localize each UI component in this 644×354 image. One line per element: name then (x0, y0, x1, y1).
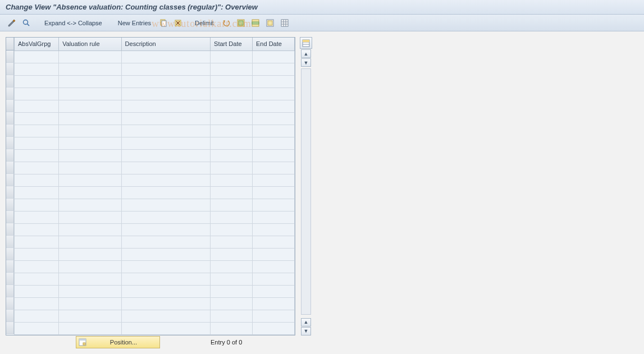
grid-cell[interactable] (211, 199, 253, 211)
grid-cell[interactable] (59, 322, 121, 334)
new-entries-button[interactable]: New Entries (114, 17, 155, 29)
grid-cell[interactable] (121, 149, 210, 162)
copy-as-button[interactable] (157, 17, 170, 29)
row-selector[interactable] (6, 211, 14, 223)
grid-cell[interactable] (211, 322, 253, 334)
grid-cell[interactable] (59, 199, 121, 211)
grid-cell[interactable] (253, 88, 295, 100)
grid-cell[interactable] (121, 100, 210, 112)
undo-button[interactable] (220, 17, 232, 29)
grid-cell[interactable] (121, 63, 210, 75)
grid-cell[interactable] (15, 199, 59, 211)
grid-cell[interactable] (211, 125, 253, 137)
grid-cell[interactable] (211, 149, 253, 162)
grid-cell[interactable] (15, 50, 59, 63)
grid-cell[interactable] (15, 88, 59, 100)
grid-cell[interactable] (59, 125, 121, 137)
row-selector[interactable] (6, 112, 14, 125)
grid-cell[interactable] (121, 186, 210, 199)
row-selector[interactable] (6, 174, 14, 186)
grid-cell[interactable] (121, 211, 210, 223)
find-button[interactable] (20, 17, 33, 29)
grid-cell[interactable] (121, 285, 210, 297)
row-selector[interactable] (6, 88, 14, 100)
grid-cell[interactable] (121, 223, 210, 236)
grid-cell[interactable] (121, 236, 210, 248)
grid-cell[interactable] (211, 211, 253, 223)
row-selector[interactable] (6, 137, 14, 149)
grid-cell[interactable] (253, 162, 295, 174)
grid-cell[interactable] (15, 310, 59, 322)
row-selector[interactable] (6, 50, 14, 63)
scroll-up-button[interactable]: ▼ (301, 58, 311, 67)
grid-cell[interactable] (121, 310, 210, 322)
grid-cell[interactable] (59, 273, 121, 285)
row-selector[interactable] (6, 248, 14, 260)
row-selector[interactable] (6, 162, 14, 174)
grid-cell[interactable] (15, 260, 59, 273)
grid-cell[interactable] (59, 112, 121, 125)
grid-cell[interactable] (211, 223, 253, 236)
grid-cell[interactable] (121, 88, 210, 100)
grid-cell[interactable] (121, 75, 210, 88)
grid-cell[interactable] (211, 162, 253, 174)
grid-cell[interactable] (15, 125, 59, 137)
grid-cell[interactable] (121, 50, 210, 63)
grid-cell[interactable] (59, 310, 121, 322)
select-all-button[interactable] (235, 17, 247, 29)
row-selector[interactable] (6, 125, 14, 137)
grid-cell[interactable] (253, 112, 295, 125)
grid-cell[interactable] (253, 322, 295, 334)
grid-cell[interactable] (121, 297, 210, 310)
expand-collapse-button[interactable]: Expand <-> Collapse (40, 17, 106, 29)
col-header-absvalgrpg[interactable]: AbsValGrpg (15, 38, 59, 50)
grid-cell[interactable] (211, 248, 253, 260)
delete-button[interactable] (172, 17, 184, 29)
row-selector[interactable] (6, 260, 14, 273)
grid-cell[interactable] (121, 162, 210, 174)
col-header-start-date[interactable]: Start Date (211, 38, 253, 50)
grid-cell[interactable] (15, 162, 59, 174)
grid-cell[interactable] (253, 223, 295, 236)
grid-cell[interactable] (121, 260, 210, 273)
col-header-end-date[interactable]: End Date (253, 38, 295, 50)
grid-cell[interactable] (253, 186, 295, 199)
grid-cell[interactable] (59, 285, 121, 297)
grid-cell[interactable] (253, 137, 295, 149)
grid-cell[interactable] (253, 260, 295, 273)
grid-cell[interactable] (121, 199, 210, 211)
row-selector[interactable] (6, 310, 14, 322)
grid-cell[interactable] (211, 100, 253, 112)
grid-cell[interactable] (59, 174, 121, 186)
grid-cell[interactable] (211, 310, 253, 322)
grid-cell[interactable] (211, 63, 253, 75)
scrollbar-track[interactable] (301, 68, 311, 315)
grid-cell[interactable] (15, 137, 59, 149)
grid-cell[interactable] (121, 125, 210, 137)
grid-cell[interactable] (59, 236, 121, 248)
print-button[interactable] (278, 17, 291, 29)
grid-cell[interactable] (253, 310, 295, 322)
row-selector[interactable] (6, 186, 14, 199)
grid-cell[interactable] (121, 137, 210, 149)
grid-cell[interactable] (211, 88, 253, 100)
grid-cell[interactable] (253, 211, 295, 223)
grid-cell[interactable] (59, 248, 121, 260)
grid-cell[interactable] (211, 112, 253, 125)
row-selector[interactable] (6, 63, 14, 75)
row-selector[interactable] (6, 199, 14, 211)
grid-cell[interactable] (121, 248, 210, 260)
col-header-valuation-rule[interactable]: Valuation rule (59, 38, 121, 50)
grid-cell[interactable] (59, 75, 121, 88)
grid-cell[interactable] (211, 137, 253, 149)
grid-cell[interactable] (15, 297, 59, 310)
table-settings-button[interactable] (300, 37, 312, 49)
position-button[interactable]: Position... (76, 336, 160, 348)
grid-cell[interactable] (59, 162, 121, 174)
grid-cell[interactable] (15, 174, 59, 186)
grid-cell[interactable] (253, 285, 295, 297)
grid-cell[interactable] (121, 112, 210, 125)
grid-cell[interactable] (15, 322, 59, 334)
scroll-top-button[interactable]: ▲ (301, 49, 311, 58)
grid-cell[interactable] (59, 297, 121, 310)
